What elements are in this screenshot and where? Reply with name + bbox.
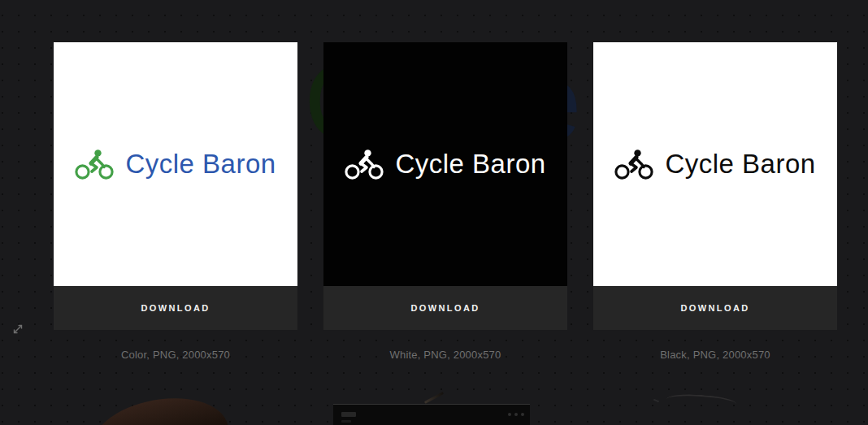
brand-logo-text: Cycle Baron bbox=[395, 149, 545, 180]
mockup-logo-block bbox=[341, 412, 356, 417]
brand-logo: Cycle Baron bbox=[614, 149, 815, 180]
pencil-tip-image bbox=[424, 392, 444, 404]
cyclist-icon bbox=[345, 149, 387, 180]
brand-logo: Cycle Baron bbox=[345, 149, 545, 180]
logo-card-color: Cycle Baron DOWNLOAD Color, PNG, 2000x57… bbox=[54, 42, 297, 361]
brand-logo: Cycle Baron bbox=[75, 149, 276, 180]
download-button-black[interactable]: DOWNLOAD bbox=[593, 286, 837, 330]
website-mockup-preview bbox=[333, 404, 530, 425]
brand-assets-page: { "hero": { "first_letter": "C", "rest":… bbox=[0, 0, 868, 425]
download-button-color[interactable]: DOWNLOAD bbox=[54, 286, 297, 330]
download-button-white[interactable]: DOWNLOAD bbox=[323, 286, 567, 330]
brand-logo-text: Cycle Baron bbox=[665, 149, 815, 180]
logo-cards-row: Cycle Baron DOWNLOAD Color, PNG, 2000x57… bbox=[54, 42, 837, 361]
hand-photo-preview bbox=[84, 385, 232, 425]
logo-preview-white: Cycle Baron bbox=[323, 42, 567, 286]
mockup-text-block bbox=[341, 420, 351, 423]
logo-card-white: Cycle Baron DOWNLOAD White, PNG, 2000x57… bbox=[323, 42, 567, 361]
file-caption-white: White, PNG, 2000x570 bbox=[323, 349, 567, 361]
mockup-menu-dots-icon bbox=[508, 413, 524, 416]
brand-logo-text: Cycle Baron bbox=[125, 149, 276, 180]
pen-photo-preview bbox=[666, 392, 737, 410]
cyclist-icon bbox=[614, 149, 657, 180]
cyclist-icon bbox=[75, 149, 117, 180]
pen-clip-image bbox=[653, 399, 659, 403]
file-caption-black: Black, PNG, 2000x570 bbox=[593, 349, 837, 361]
file-caption-color: Color, PNG, 2000x570 bbox=[54, 349, 297, 361]
logo-card-black: Cycle Baron DOWNLOAD Black, PNG, 2000x57… bbox=[593, 42, 837, 361]
resize-arrows-icon[interactable] bbox=[11, 322, 25, 336]
logo-preview-black: Cycle Baron bbox=[593, 42, 837, 286]
logo-preview-color: Cycle Baron bbox=[54, 42, 297, 286]
